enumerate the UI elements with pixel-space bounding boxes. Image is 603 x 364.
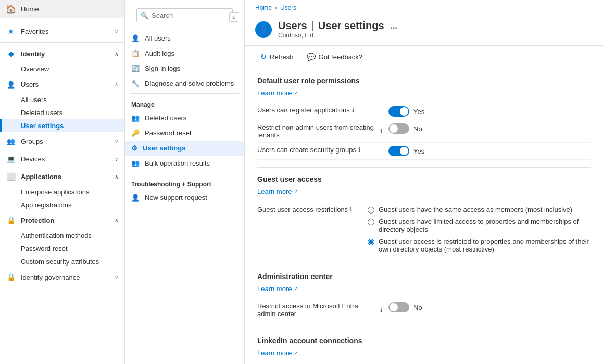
sidebar-item-devices[interactable]: 💻 Devices ∨ bbox=[0, 150, 124, 168]
admin-center-title: Administration center bbox=[257, 272, 591, 281]
collapse-button[interactable]: « bbox=[229, 12, 238, 22]
sidebar-user-settings-label: User settings bbox=[21, 122, 64, 130]
more-button[interactable]: ... bbox=[391, 21, 397, 31]
sidebar-item-identity[interactable]: ◆ Identity ∧ bbox=[0, 45, 124, 62]
sidebar-app-registrations-label: App registrations bbox=[21, 201, 72, 209]
guest-radio-3[interactable] bbox=[368, 239, 374, 245]
guest-radio-2[interactable] bbox=[368, 219, 374, 225]
linkedin-learn-more[interactable]: Learn more ↗ bbox=[257, 349, 591, 357]
sidebar-item-home[interactable]: 🏠 Home bbox=[0, 0, 124, 18]
guest-access-label: Guest user access restrictions ℹ bbox=[257, 206, 361, 214]
mid-nav-password-reset[interactable]: 🔑 Password reset bbox=[125, 125, 244, 141]
default-role-learn-more[interactable]: Learn more ↗ bbox=[257, 89, 591, 97]
register-apps-row: Users can register applications ℹ Yes bbox=[257, 103, 591, 120]
sidebar-item-all-users[interactable]: All users bbox=[0, 93, 124, 106]
guest-info-icon[interactable]: ℹ bbox=[350, 206, 352, 213]
sidebar-enterprise-apps-label: Enterprise applications bbox=[21, 188, 90, 196]
default-user-role-section: Default user role permissions Learn more… bbox=[257, 77, 591, 160]
signin-logs-icon: 🔄 bbox=[131, 65, 140, 72]
sidebar-item-app-registrations[interactable]: App registrations bbox=[0, 198, 124, 211]
mid-nav: 👤 All users 📋 Audit logs 🔄 Sign-in logs … bbox=[125, 29, 244, 207]
sidebar-item-password-reset[interactable]: Password reset bbox=[0, 242, 124, 255]
restrict-entra-toggle[interactable] bbox=[388, 302, 409, 312]
diagnose-icon: 🔧 bbox=[131, 80, 140, 87]
breadcrumb-home[interactable]: Home bbox=[255, 4, 272, 11]
linkedin-title: LinkedIn account connections bbox=[257, 336, 591, 345]
password-reset-icon: 🔑 bbox=[131, 129, 140, 137]
restrict-entra-label: Restrict access to Microsoft Entra admin… bbox=[257, 302, 382, 318]
sidebar-item-groups[interactable]: 👥 Groups ∨ bbox=[0, 132, 124, 150]
mid-panel-header: 🔍 « bbox=[125, 0, 244, 29]
sidebar-item-enterprise-apps[interactable]: Enterprise applications bbox=[0, 185, 124, 198]
apps-icon: ⬜ bbox=[6, 172, 16, 181]
security-groups-row: Users can create security groups ℹ Yes bbox=[257, 143, 591, 160]
sidebar-item-favorites[interactable]: ★ Favorites ∨ bbox=[0, 22, 124, 40]
mid-panel: 🔍 « 👤 All users 📋 Audit logs 🔄 Sign-in l… bbox=[125, 0, 245, 364]
sidebar-overview-label: Overview bbox=[21, 65, 49, 73]
guest-access-learn-more[interactable]: Learn more ↗ bbox=[257, 187, 591, 195]
guest-access-title: Guest user access bbox=[257, 175, 591, 183]
sidebar-item-users[interactable]: 👤 Users ∧ bbox=[0, 76, 124, 93]
sidebar-custom-security-label: Custom security attributes bbox=[21, 258, 99, 266]
guest-option-2[interactable]: Guest users have limited access to prope… bbox=[368, 218, 591, 233]
mid-nav-audit-logs[interactable]: 📋 Audit logs bbox=[125, 46, 244, 61]
entra-info-icon[interactable]: ℹ bbox=[380, 307, 382, 313]
mid-nav-all-users[interactable]: 👤 All users bbox=[125, 31, 244, 46]
restrict-tenants-toggle[interactable] bbox=[388, 123, 409, 134]
admin-center-learn-more[interactable]: Learn more ↗ bbox=[257, 285, 591, 293]
guest-access-section: Guest user access Learn more ↗ Guest use… bbox=[257, 175, 591, 257]
restrict-tenants-row: Restrict non-admin users from creating t… bbox=[257, 120, 591, 143]
sidebar-item-deleted-users[interactable]: Deleted users bbox=[0, 106, 124, 119]
audit-logs-icon: 📋 bbox=[131, 49, 140, 57]
sidebar-users-label: Users bbox=[21, 81, 39, 89]
feedback-icon: 💬 bbox=[307, 53, 316, 61]
devices-icon: 💻 bbox=[6, 154, 16, 164]
chevron-down-icon: ∨ bbox=[115, 29, 118, 34]
page-icon: 👤 bbox=[255, 21, 272, 38]
sidebar-item-custom-security[interactable]: Custom security attributes bbox=[0, 255, 124, 268]
sidebar-auth-methods-label: Authentication methods bbox=[21, 232, 92, 240]
info-icon-3[interactable]: ℹ bbox=[358, 146, 360, 153]
chevron-down-icon-devices: ∨ bbox=[115, 156, 118, 162]
info-icon-1[interactable]: ℹ bbox=[352, 107, 354, 114]
guest-option-1[interactable]: Guest users have the same access as memb… bbox=[368, 206, 591, 214]
search-input[interactable] bbox=[136, 8, 233, 22]
external-link-icon-4: ↗ bbox=[294, 350, 298, 356]
breadcrumb-separator: › bbox=[275, 4, 277, 11]
restrict-tenants-control: No bbox=[388, 123, 422, 134]
search-icon: 🔍 bbox=[141, 12, 148, 19]
mid-nav-deleted-users[interactable]: 👥 Deleted users bbox=[125, 110, 244, 125]
sidebar-item-identity-governance[interactable]: 🔒 Identity governance ∨ bbox=[0, 268, 124, 286]
mid-nav-signin-logs[interactable]: 🔄 Sign-in logs bbox=[125, 61, 244, 76]
register-apps-toggle[interactable] bbox=[388, 106, 409, 117]
mid-nav-support[interactable]: 👤 New support request bbox=[125, 190, 244, 205]
sidebar-deleted-users-label: Deleted users bbox=[21, 109, 62, 117]
guest-option-3[interactable]: Guest user access is restricted to prope… bbox=[368, 237, 591, 253]
restrict-entra-value: No bbox=[413, 304, 422, 311]
sidebar-item-user-settings[interactable]: User settings bbox=[0, 119, 124, 132]
toolbar: ↻ Refresh 💬 Got feedback? bbox=[245, 46, 603, 68]
search-box: 🔍 bbox=[136, 8, 233, 22]
admin-center-section: Administration center Learn more ↗ Restr… bbox=[257, 272, 591, 321]
guest-radio-1[interactable] bbox=[368, 207, 374, 214]
breadcrumb-users[interactable]: Users bbox=[280, 4, 296, 11]
sidebar-devices-label: Devices bbox=[21, 155, 45, 163]
info-icon-2[interactable]: ℹ bbox=[380, 128, 382, 135]
chevron-down-icon-groups: ∨ bbox=[115, 139, 118, 144]
sidebar-item-overview[interactable]: Overview bbox=[0, 62, 124, 76]
sidebar-item-auth-methods[interactable]: Authentication methods bbox=[0, 229, 124, 242]
refresh-button[interactable]: ↻ Refresh bbox=[255, 50, 299, 64]
home-icon: 🏠 bbox=[6, 4, 16, 14]
sidebar-protection-label: Protection bbox=[21, 217, 54, 224]
shield-icon: 🔒 bbox=[6, 216, 16, 225]
chevron-up-icon-apps: ∧ bbox=[115, 174, 118, 180]
register-apps-value: Yes bbox=[413, 108, 424, 116]
security-groups-toggle[interactable] bbox=[388, 146, 409, 156]
sidebar-item-protection[interactable]: 🔒 Protection ∧ bbox=[0, 211, 124, 229]
mid-nav-bulk-ops[interactable]: 👥 Bulk operation results bbox=[125, 156, 244, 171]
sidebar-item-applications[interactable]: ⬜ Applications ∧ bbox=[0, 168, 124, 185]
feedback-button[interactable]: 💬 Got feedback? bbox=[302, 50, 368, 64]
chevron-up-icon: ∧ bbox=[115, 51, 118, 57]
mid-nav-user-settings[interactable]: ⚙ User settings bbox=[125, 141, 244, 156]
mid-nav-diagnose[interactable]: 🔧 Diagnose and solve problems bbox=[125, 76, 244, 91]
